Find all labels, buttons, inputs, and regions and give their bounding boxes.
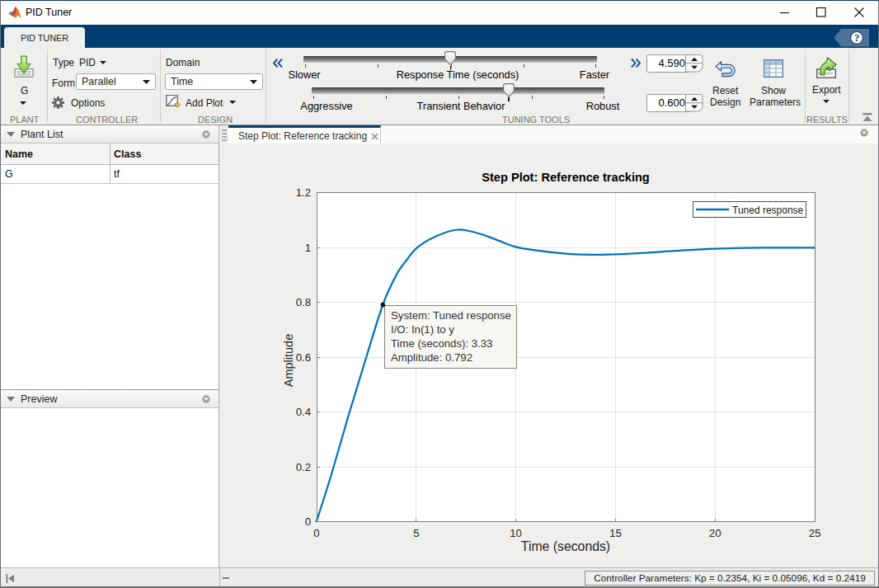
svg-text:I/O: In(1) to y: I/O: In(1) to y [391, 323, 454, 336]
svg-text:0.6: 0.6 [296, 351, 311, 364]
svg-text:Tuned response: Tuned response [732, 205, 804, 216]
svg-text:Step Plot: Reference tracking: Step Plot: Reference tracking [482, 171, 650, 184]
svg-text:System: Tuned response: System: Tuned response [391, 309, 511, 322]
svg-text:5: 5 [413, 527, 419, 539]
svg-text:1: 1 [305, 242, 311, 254]
svg-text:0.4: 0.4 [296, 406, 311, 418]
svg-text:10: 10 [510, 527, 522, 539]
svg-text:Amplitude: 0.792: Amplitude: 0.792 [391, 351, 472, 364]
svg-text:1.2: 1.2 [296, 186, 311, 199]
svg-text:0: 0 [305, 515, 311, 528]
svg-text:?: ? [854, 32, 859, 44]
svg-text:Time (seconds): 3.33: Time (seconds): 3.33 [391, 337, 492, 350]
svg-text:0.8: 0.8 [296, 296, 311, 308]
svg-text:Time (seconds): Time (seconds) [521, 539, 610, 553]
svg-text:0: 0 [313, 527, 319, 539]
svg-text:0.2: 0.2 [296, 461, 311, 473]
svg-text:Amplitude: Amplitude [282, 334, 295, 387]
svg-text:25: 25 [809, 527, 821, 539]
svg-text:15: 15 [609, 527, 622, 539]
svg-text:20: 20 [709, 527, 722, 539]
